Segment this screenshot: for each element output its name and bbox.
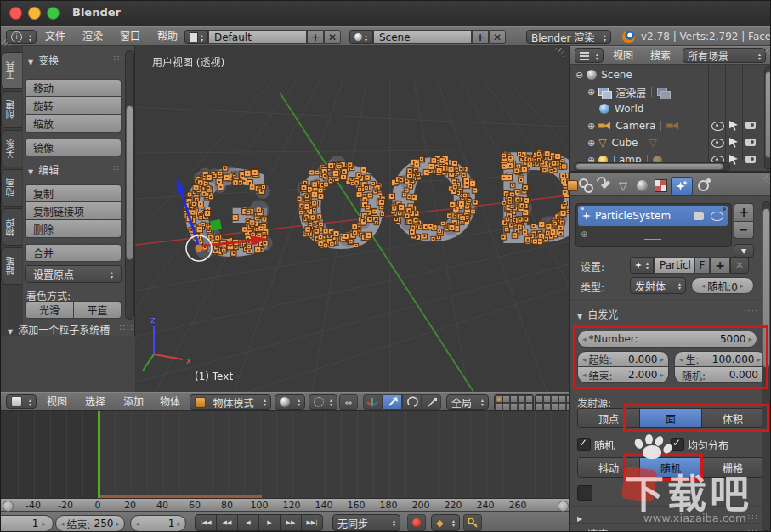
random-checkbox[interactable] <box>577 438 591 451</box>
panel-drag-dots[interactable]: :::: <box>744 307 758 316</box>
editor-type-button[interactable]: ▴▾ <box>575 48 604 63</box>
layer-toggle[interactable] <box>543 395 551 403</box>
outliner-vscrollbar-thumb[interactable] <box>765 71 771 158</box>
frame-end-field[interactable]: 结束: 2.000 <box>577 367 669 383</box>
menu-add[interactable]: 添加 <box>123 393 144 411</box>
outliner-scope-dropdown[interactable]: 所有场景 ▴▾ <box>683 48 766 63</box>
record-button[interactable] <box>407 514 426 531</box>
menu-object[interactable]: 物体 <box>160 393 180 411</box>
modifiers-tab-icon[interactable] <box>596 178 613 193</box>
maximize-window-button[interactable] <box>47 7 60 20</box>
texture-tab-icon[interactable] <box>652 178 669 193</box>
layer-toggle[interactable] <box>558 403 566 410</box>
orientation-dropdown[interactable]: 全局 ▴▾ <box>446 394 489 410</box>
menu-select[interactable]: 选择 <box>85 393 105 411</box>
selectable-toggle-icon[interactable] <box>729 138 738 148</box>
random-checkbox-label[interactable]: 随机 <box>594 438 615 452</box>
grid-button[interactable]: 栅格 <box>702 458 763 477</box>
particle-settings-name-field[interactable]: Particl <box>654 257 694 274</box>
close-scene-button[interactable]: ✕ <box>489 30 506 44</box>
scene-name-field[interactable]: Scene <box>373 30 472 44</box>
expand-icon[interactable]: ⊕ <box>587 121 595 132</box>
duplicate-linked-button[interactable]: 复制链接项 <box>25 202 122 220</box>
outliner-hscrollbar-thumb[interactable] <box>575 163 723 170</box>
particle-specials-button[interactable]: ▾ <box>734 244 754 258</box>
shelf-tab-grease-pencil[interactable]: 蜡笔 <box>1 247 22 285</box>
unlink-settings-button[interactable]: ✕ <box>730 257 749 274</box>
jump-end-button[interactable]: ▶▶| <box>301 514 323 531</box>
screen-layout-icon-button[interactable]: ▴▾ <box>184 30 208 44</box>
new-settings-button[interactable]: + <box>710 257 730 274</box>
seed-field[interactable]: 随机:0 <box>691 277 754 294</box>
render-engine-dropdown[interactable]: Blender 渲染 ▴▾ <box>526 30 611 44</box>
add-scene-button[interactable]: + <box>472 30 489 44</box>
layer-toggle[interactable] <box>495 395 502 403</box>
outliner-row-cube[interactable]: ⊕ ▽ Cube ▽ <box>587 134 657 151</box>
scene-icon-button[interactable]: ▴▾ <box>349 30 373 44</box>
layer-grid-1[interactable] <box>494 394 534 411</box>
outliner-menu-search[interactable]: 搜索 <box>650 47 671 65</box>
menu-window[interactable]: 窗口 <box>120 27 140 46</box>
layer-toggle[interactable] <box>558 395 566 403</box>
shelf-tab-physics[interactable]: 物理 <box>1 208 22 246</box>
selectable-toggle-icon[interactable] <box>729 155 738 165</box>
layer-toggle[interactable] <box>525 395 533 403</box>
expand-icon[interactable]: ⊕ <box>587 87 595 98</box>
menu-file[interactable]: 文件 <box>45 27 65 46</box>
screen-layout-field[interactable]: Default <box>208 30 307 44</box>
properties-scrollbar-thumb[interactable] <box>762 208 770 368</box>
hide-toggle-icon[interactable] <box>711 139 724 148</box>
play-reverse-button[interactable]: ◀ <box>237 514 259 531</box>
fake-user-button[interactable]: F <box>694 257 710 274</box>
panel-header-transform[interactable]: 变换 <box>28 53 59 67</box>
minimize-window-button[interactable] <box>28 7 41 20</box>
panel-header-add-particle-slot[interactable]: 添加一个粒子系统槽 <box>8 322 110 337</box>
shelf-tab-animation[interactable]: 动画 <box>1 169 22 207</box>
timeline-track[interactable] <box>1 410 569 498</box>
menu-help[interactable]: 帮助 <box>157 27 178 46</box>
proportional-edit-button[interactable]: ⇔ <box>339 394 358 410</box>
panel-header-velocity[interactable]: 速度 <box>577 527 608 532</box>
sync-dropdown[interactable]: 无同步 ▴▾ <box>332 514 400 531</box>
layer-toggle[interactable] <box>518 403 525 410</box>
random-distribution-button[interactable]: 随机 <box>640 458 702 477</box>
outliner-row-camera[interactable]: ⊕ Camera <box>587 117 678 134</box>
frame-start-field[interactable]: 起始: 0.000 <box>577 351 669 367</box>
translate-button[interactable]: 移动 <box>25 79 122 97</box>
material-tab-icon[interactable] <box>633 178 650 193</box>
outliner-item-label[interactable]: World <box>615 103 643 115</box>
viewport-3d[interactable]: 用户视图 (透视) (1) Text <box>135 46 569 392</box>
lifetime-random-field[interactable]: 随机: 0.000 <box>674 367 766 383</box>
end-frame-field[interactable]: 结束:250 <box>55 515 125 532</box>
particles-tab-icon[interactable] <box>671 177 693 195</box>
unchecked-option-checkbox[interactable] <box>577 485 592 501</box>
shelf-tab-relations[interactable]: 关系 <box>1 130 22 167</box>
layer-toggle[interactable] <box>551 395 558 403</box>
manipulator-scale-button[interactable] <box>422 394 441 410</box>
outliner-row-world[interactable]: World <box>599 100 643 117</box>
even-distribution-label[interactable]: 均匀分布 <box>688 438 728 452</box>
layer-toggle[interactable] <box>536 395 543 403</box>
hide-toggle-icon[interactable] <box>711 122 724 131</box>
layer-toggle[interactable] <box>536 403 543 410</box>
constraints-tab-icon[interactable] <box>577 178 594 193</box>
play-button[interactable]: ▶ <box>258 514 281 531</box>
panel-drag-dots[interactable]: :::: <box>119 322 133 331</box>
layer-toggle[interactable] <box>510 403 518 410</box>
current-frame-field[interactable]: 1 <box>130 515 186 532</box>
object-data-tab-icon[interactable] <box>615 178 632 193</box>
close-layout-button[interactable]: ✕ <box>324 30 341 44</box>
editor-type-button[interactable]: i ▴▾ <box>6 30 37 44</box>
keying-set-dropdown[interactable]: ◆ ▴▾ <box>431 514 460 531</box>
remove-particle-system-button[interactable]: − <box>734 222 754 239</box>
outliner-item-label[interactable]: Scene <box>601 69 632 81</box>
selectable-toggle-icon[interactable] <box>729 121 738 131</box>
panel-drag-dots[interactable]: :::: <box>744 512 758 521</box>
add-particle-system-button[interactable]: + <box>734 203 754 222</box>
panel-drag-dots[interactable]: :::: <box>744 527 758 532</box>
insert-keyframe-button[interactable] <box>463 514 482 531</box>
emit-verts-button[interactable]: 顶点 <box>578 409 640 427</box>
panel-header-emission[interactable]: 自发光 <box>577 307 618 321</box>
outliner-item-label[interactable]: Cube <box>611 137 638 149</box>
outliner-row-renderlayers[interactable]: ⊕ 渲染层 <box>587 83 667 100</box>
